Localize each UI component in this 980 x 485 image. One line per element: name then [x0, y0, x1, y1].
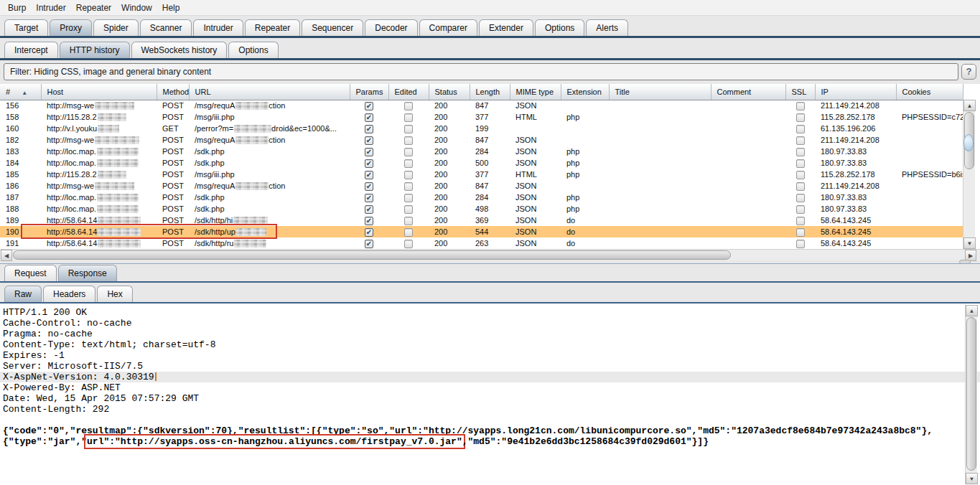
- tab-options[interactable]: Options: [228, 42, 278, 58]
- main-tab-bar: TargetProxySpiderScannerIntruderRepeater…: [0, 16, 980, 36]
- ssl-checkbox: [796, 148, 805, 156]
- menu-item-burp[interactable]: Burp: [3, 1, 31, 14]
- column-header-extension[interactable]: Extension: [561, 84, 609, 100]
- cell-status: 200: [429, 226, 470, 237]
- tab-headers[interactable]: Headers: [43, 286, 95, 302]
- scroll-down-icon[interactable]: ▼: [966, 473, 978, 484]
- tab-raw[interactable]: Raw: [4, 286, 42, 302]
- ssl-checkbox: [796, 136, 805, 145]
- tab-hex[interactable]: Hex: [97, 286, 132, 302]
- filter-bar[interactable]: Filter: Hiding CSS, image and general bi…: [4, 63, 958, 80]
- tab-intercept[interactable]: Intercept: [4, 42, 58, 58]
- cell-method: POST: [157, 203, 189, 215]
- tab-response[interactable]: Response: [58, 265, 117, 281]
- host-text: http://58.64.14: [47, 216, 97, 225]
- tab-comparer[interactable]: Comparer: [419, 19, 477, 36]
- cell-method: POST: [157, 169, 189, 180]
- tab-spider[interactable]: Spider: [93, 19, 139, 36]
- scroll-thumb-grip[interactable]: [963, 134, 974, 151]
- cell-extension: php: [561, 157, 609, 169]
- response-scroll-thumb[interactable]: [966, 317, 976, 471]
- menu-item-window[interactable]: Window: [116, 1, 157, 14]
- scroll-up-icon[interactable]: ▲: [966, 305, 978, 316]
- redacted-patch: [98, 113, 126, 121]
- cell-params: [350, 203, 388, 215]
- tab-decoder[interactable]: Decoder: [365, 19, 417, 36]
- history-row-183[interactable]: 183http://loc.map.POST/sdk.php200284JSON…: [0, 146, 963, 157]
- table-hscroll-thumb[interactable]: [13, 250, 731, 260]
- column-header-title[interactable]: Title: [609, 84, 711, 100]
- cell-cookies: [896, 192, 963, 203]
- history-row-156[interactable]: 156http://msg-wePOST/msg/requAction20084…: [0, 100, 963, 111]
- table-vertical-scrollbar[interactable]: ▲ ▼: [963, 100, 975, 249]
- cell-cookies: PHPSESSID=c72pu: [896, 111, 963, 123]
- tab-options[interactable]: Options: [535, 19, 584, 36]
- response-viewer[interactable]: HTTP/1.1 200 OKCache-Control: no-cachePr…: [0, 303, 980, 485]
- column-header-status[interactable]: Status: [429, 84, 470, 100]
- tab-intruder[interactable]: Intruder: [193, 19, 243, 36]
- cell-title: [609, 157, 711, 169]
- cell-status-text: 200: [434, 136, 447, 144]
- tab-alerts[interactable]: Alerts: [586, 19, 628, 36]
- cell-status-text: 200: [434, 182, 447, 190]
- tab-proxy[interactable]: Proxy: [50, 19, 92, 36]
- ip-text: 211.149.214.208: [821, 136, 879, 144]
- column-header-url[interactable]: URL: [189, 84, 350, 100]
- history-row-185[interactable]: 185http://115.28.2POST/msg/iii.php200377…: [0, 169, 963, 180]
- history-row-182[interactable]: 182http://msg-wePOST/msg/requAction20084…: [0, 134, 963, 146]
- scroll-up-icon[interactable]: ▲: [963, 100, 976, 111]
- history-row-188[interactable]: 188http://loc.map.POST/sdk.php200498JSON…: [0, 203, 963, 215]
- tab-target[interactable]: Target: [4, 19, 48, 36]
- history-row-158[interactable]: 158http://115.28.2POST/msg/iii.php200377…: [0, 111, 963, 123]
- column-header-[interactable]: #▲: [0, 84, 41, 100]
- history-row-186[interactable]: 186http://msg-wePOST/msg/requAction20084…: [0, 180, 963, 192]
- cell-ip: 180.97.33.83: [815, 192, 896, 203]
- column-header-length[interactable]: Length: [470, 84, 510, 100]
- cell-extension: [561, 134, 609, 146]
- column-header-cookies[interactable]: Cookies: [896, 84, 963, 100]
- redacted-patch: [236, 228, 266, 236]
- cell-mime-type: JSON: [510, 203, 561, 215]
- tab-repeater[interactable]: Repeater: [245, 19, 300, 36]
- column-header-params[interactable]: Params: [350, 84, 388, 100]
- history-row-187[interactable]: 187http://loc.map.POST/sdk.php200284JSON…: [0, 192, 963, 203]
- column-header-method[interactable]: Method: [157, 84, 189, 100]
- edited-checkbox: [404, 102, 413, 110]
- tab-request[interactable]: Request: [4, 265, 57, 281]
- history-row-160[interactable]: 160http://v.l.youkuGET/perror?m=droid&ec…: [0, 123, 963, 134]
- response-header-line: X-AspNet-Version: 4.0.30319: [0, 372, 980, 382]
- column-header-label: URL: [195, 88, 211, 96]
- response-text: HTTP/1.1 200 OKCache-Control: no-cachePr…: [0, 307, 980, 447]
- tab-extender[interactable]: Extender: [479, 19, 533, 36]
- menu-item-repeater[interactable]: Repeater: [71, 1, 116, 14]
- cell-ip: 211.149.214.208: [815, 100, 896, 111]
- history-row-184[interactable]: 184http://loc.map.POST/sdk.php200500JSON…: [0, 157, 963, 169]
- column-header-ssl[interactable]: SSL: [785, 84, 815, 100]
- pane-divider: [0, 263, 980, 264]
- menu-item-help[interactable]: Help: [157, 1, 185, 14]
- tab-http-history[interactable]: HTTP history: [60, 42, 130, 58]
- response-header-line: Content-Length: 292: [0, 404, 980, 415]
- scroll-left-icon[interactable]: ◀: [1, 250, 12, 261]
- cell-url: /sdk.php: [189, 157, 350, 169]
- column-header-host[interactable]: Host: [41, 84, 157, 100]
- column-header-mime-type[interactable]: MIME type: [510, 84, 561, 100]
- history-row-191[interactable]: 191http://58.64.14POST/sdk/http/ru200263…: [0, 237, 963, 249]
- cell-url: /sdk.php: [189, 192, 350, 203]
- column-header-comment[interactable]: Comment: [711, 84, 785, 100]
- tab-scanner[interactable]: Scanner: [140, 19, 192, 36]
- column-header-ip[interactable]: IP: [815, 84, 896, 100]
- cell-comment: [711, 111, 785, 123]
- cell-status-text: 200: [434, 204, 447, 213]
- cell-url: /msg/requAction: [189, 100, 350, 111]
- history-row-190[interactable]: 190http://58.64.14POST/sdk/http/up200544…: [0, 226, 963, 237]
- column-header-edited[interactable]: Edited: [388, 84, 429, 100]
- help-button[interactable]: ?: [961, 64, 976, 80]
- table-horizontal-scrollbar[interactable]: ◀ ▶: [0, 249, 980, 260]
- response-vertical-scrollbar[interactable]: ▲ ▼: [965, 305, 977, 484]
- history-row-189[interactable]: 189http://58.64.14POST/sdk/http/hi200369…: [0, 215, 963, 226]
- scroll-down-icon[interactable]: ▼: [963, 237, 976, 249]
- tab-sequencer[interactable]: Sequencer: [302, 19, 363, 36]
- tab-websockets-history[interactable]: WebSockets history: [131, 42, 228, 58]
- menu-item-intruder[interactable]: Intruder: [31, 1, 70, 14]
